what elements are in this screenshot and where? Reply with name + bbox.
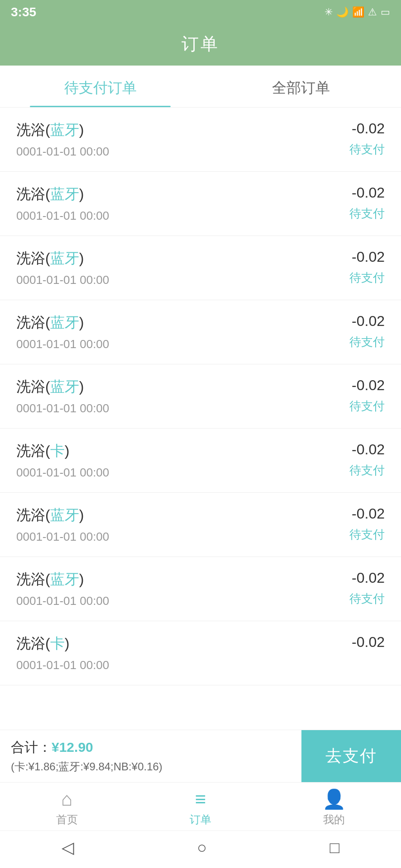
order-title: 洗浴(蓝牙)	[16, 570, 109, 590]
order-right: -0.02 待支付	[349, 570, 385, 607]
order-right: -0.02 待支付	[349, 249, 385, 286]
order-item[interactable]: 洗浴(蓝牙) 0001-01-01 00:00 -0.02 待支付	[0, 108, 401, 172]
order-date: 0001-01-01 00:00	[16, 209, 109, 223]
order-tag: 蓝牙	[50, 571, 79, 587]
order-status: 待支付	[349, 527, 385, 542]
back-button[interactable]: ◁	[62, 838, 74, 857]
order-date: 0001-01-01 00:00	[16, 145, 109, 159]
order-date: 0001-01-01 00:00	[16, 466, 109, 480]
order-item[interactable]: 洗浴(蓝牙) 0001-01-01 00:00 -0.02 待支付	[0, 236, 401, 300]
order-right: -0.02 待支付	[349, 377, 385, 414]
order-date: 0001-01-01 00:00	[16, 273, 109, 287]
bottom-nav: ⌂ 首页 ≡ 订单 👤 我的	[0, 782, 401, 830]
order-title: 洗浴(蓝牙)	[16, 505, 109, 525]
order-title: 洗浴(卡)	[16, 634, 109, 654]
footer-total: 合计：¥12.90	[11, 738, 291, 757]
tab-all-orders[interactable]: 全部订单	[200, 66, 401, 107]
order-amount: -0.02	[349, 184, 385, 201]
order-right: -0.02 待支付	[349, 505, 385, 542]
footer-breakdown: (卡:¥1.86;蓝牙:¥9.84;NB:¥0.16)	[11, 760, 291, 774]
order-left: 洗浴(蓝牙) 0001-01-01 00:00	[16, 184, 109, 223]
order-amount: -0.02	[352, 634, 385, 651]
total-amount: ¥12.90	[52, 740, 93, 755]
nav-home-label: 首页	[56, 812, 78, 827]
order-title: 洗浴(卡)	[16, 441, 109, 461]
order-amount: -0.02	[349, 120, 385, 137]
order-title: 洗浴(蓝牙)	[16, 313, 109, 333]
moon-icon: 🌙	[336, 6, 348, 18]
recents-button[interactable]: □	[330, 838, 340, 857]
order-tag: 蓝牙	[50, 122, 79, 138]
battery-icon: ▭	[381, 6, 390, 18]
order-status: 待支付	[349, 398, 385, 414]
order-date: 0001-01-01 00:00	[16, 337, 109, 351]
order-right: -0.02 待支付	[349, 313, 385, 350]
warning-icon: ⚠	[368, 6, 377, 18]
nav-profile[interactable]: 👤 我的	[267, 790, 401, 827]
pay-button[interactable]: 去支付	[301, 730, 401, 782]
order-tag: 卡	[50, 443, 65, 459]
wifi-icon: 📶	[352, 6, 364, 18]
order-amount: -0.02	[349, 505, 385, 522]
order-tag: 蓝牙	[50, 250, 79, 266]
order-left: 洗浴(蓝牙) 0001-01-01 00:00	[16, 249, 109, 287]
order-right: -0.02 待支付	[349, 184, 385, 222]
order-amount: -0.02	[349, 570, 385, 586]
nav-home[interactable]: ⌂ 首页	[0, 790, 134, 827]
page-header: 订单	[0, 24, 401, 66]
order-tag: 卡	[50, 635, 65, 651]
order-item[interactable]: 洗浴(蓝牙) 0001-01-01 00:00 -0.02 待支付	[0, 557, 401, 621]
order-item[interactable]: 洗浴(蓝牙) 0001-01-01 00:00 -0.02 待支付	[0, 364, 401, 429]
order-left: 洗浴(蓝牙) 0001-01-01 00:00	[16, 120, 109, 159]
profile-icon: 👤	[322, 790, 346, 809]
order-status: 待支付	[349, 206, 385, 222]
order-amount: -0.02	[349, 377, 385, 394]
order-item[interactable]: 洗浴(卡) 0001-01-01 00:00 -0.02 待支付	[0, 429, 401, 493]
order-item[interactable]: 洗浴(卡) 0001-01-01 00:00 -0.02	[0, 621, 401, 685]
orders-icon: ≡	[195, 790, 206, 809]
order-tag: 蓝牙	[50, 314, 79, 330]
nav-profile-label: 我的	[323, 812, 345, 827]
home-icon: ⌂	[61, 790, 72, 809]
order-title: 洗浴(蓝牙)	[16, 249, 109, 269]
order-right: -0.02 待支付	[349, 120, 385, 157]
order-status: 待支付	[349, 591, 385, 607]
nav-orders-label: 订单	[190, 812, 211, 827]
order-right: -0.02	[352, 634, 385, 655]
order-item[interactable]: 洗浴(蓝牙) 0001-01-01 00:00 -0.02 待支付	[0, 172, 401, 236]
order-date: 0001-01-01 00:00	[16, 594, 109, 608]
bluetooth-icon: ✳	[325, 6, 333, 18]
order-left: 洗浴(卡) 0001-01-01 00:00	[16, 634, 109, 672]
home-button[interactable]: ○	[197, 838, 207, 857]
nav-orders[interactable]: ≡ 订单	[134, 790, 267, 827]
order-amount: -0.02	[349, 441, 385, 458]
order-tag: 蓝牙	[50, 507, 79, 523]
order-title: 洗浴(蓝牙)	[16, 120, 109, 140]
order-title: 洗浴(蓝牙)	[16, 377, 109, 397]
order-status: 待支付	[349, 334, 385, 350]
page-title: 订单	[181, 34, 220, 53]
tab-pending-orders[interactable]: 待支付订单	[0, 66, 200, 107]
status-icons: ✳ 🌙 📶 ⚠ ▭	[325, 6, 390, 18]
status-time: 3:35	[11, 5, 36, 19]
order-right: -0.02 待支付	[349, 441, 385, 478]
status-bar: 3:35 ✳ 🌙 📶 ⚠ ▭	[0, 0, 401, 24]
order-amount: -0.02	[349, 313, 385, 330]
order-left: 洗浴(卡) 0001-01-01 00:00	[16, 441, 109, 480]
order-item[interactable]: 洗浴(蓝牙) 0001-01-01 00:00 -0.02 待支付	[0, 300, 401, 364]
order-date: 0001-01-01 00:00	[16, 658, 109, 672]
tab-bar: 待支付订单 全部订单	[0, 66, 401, 108]
order-item[interactable]: 洗浴(蓝牙) 0001-01-01 00:00 -0.02 待支付	[0, 493, 401, 557]
footer-info: 合计：¥12.90 (卡:¥1.86;蓝牙:¥9.84;NB:¥0.16)	[0, 730, 301, 782]
order-date: 0001-01-01 00:00	[16, 401, 109, 415]
order-tag: 蓝牙	[50, 378, 79, 395]
order-list: 洗浴(蓝牙) 0001-01-01 00:00 -0.02 待支付 洗浴(蓝牙)…	[0, 108, 401, 730]
order-left: 洗浴(蓝牙) 0001-01-01 00:00	[16, 505, 109, 544]
system-nav: ◁ ○ □	[0, 830, 401, 868]
order-title: 洗浴(蓝牙)	[16, 184, 109, 204]
order-status: 待支付	[349, 270, 385, 286]
order-tag: 蓝牙	[50, 186, 79, 202]
order-status: 待支付	[349, 142, 385, 157]
order-left: 洗浴(蓝牙) 0001-01-01 00:00	[16, 377, 109, 415]
order-status: 待支付	[349, 462, 385, 478]
